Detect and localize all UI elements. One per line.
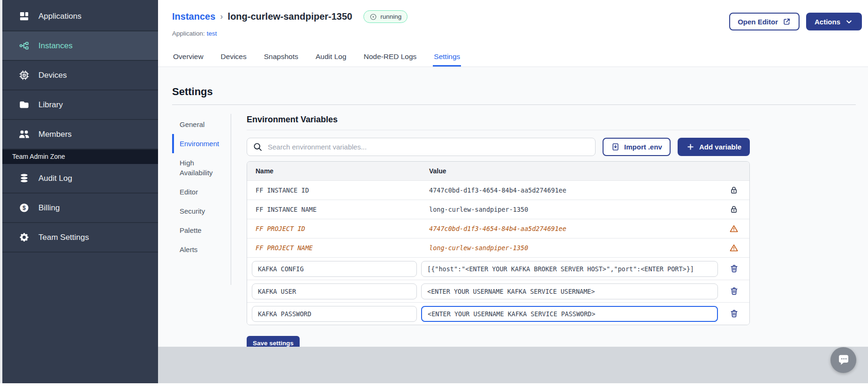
sidebar-item-instances[interactable]: Instances	[2, 31, 158, 61]
search-input[interactable]	[247, 138, 596, 156]
actions-label: Actions	[815, 18, 840, 26]
application-line: Application:test	[172, 30, 217, 37]
members-icon	[19, 129, 30, 140]
env-var-row-ff-instance-id: FF_INSTANCE_ID4747c0bd-d1f3-4654-84b4-aa…	[247, 180, 749, 200]
env-name-input[interactable]	[252, 306, 417, 322]
tab-audit-log[interactable]: Audit Log	[315, 52, 347, 67]
page-title: Settings	[172, 86, 213, 98]
sidebar-item-devices[interactable]: Devices	[2, 61, 158, 90]
breadcrumb-separator: ›	[220, 11, 223, 22]
env-name-input[interactable]	[252, 261, 417, 277]
env-var-row-ff-instance-name: FF_INSTANCE_NAMElong-curlew-sandpiper-13…	[247, 200, 749, 219]
main-content: Instances › long-curlew-sandpiper-1350 r…	[158, 0, 868, 383]
sidebar-item-label: Library	[38, 100, 63, 110]
settings-nav-environment[interactable]: Environment	[172, 134, 231, 153]
application-name-link[interactable]: test	[207, 30, 217, 37]
settings-nav-editor[interactable]: Editor	[172, 182, 231, 201]
trash-icon	[729, 309, 739, 319]
sidebar-item-label: Members	[38, 130, 72, 139]
env-table-header: NameValue	[247, 162, 749, 180]
settings-subnav: GeneralEnvironmentHigh AvailabilityEdito…	[172, 114, 231, 285]
sidebar-item-label: Devices	[38, 71, 67, 80]
sidebar-item-label: Applications	[38, 12, 82, 21]
settings-page: Settings GeneralEnvironmentHigh Availabi…	[158, 67, 868, 347]
tab-settings[interactable]: Settings	[433, 52, 461, 67]
env-var-row-kafka-config	[247, 257, 749, 280]
sidebar-main-nav: ApplicationsInstancesDevicesLibraryMembe…	[2, 0, 158, 149]
sidebar-item-library[interactable]: Library	[2, 90, 158, 120]
chevron-down-icon	[845, 17, 853, 26]
applications-icon	[19, 11, 30, 22]
external-link-icon	[782, 17, 791, 26]
env-var-name: FF_PROJECT_NAME	[247, 244, 421, 252]
section-title: Environment Variables	[247, 114, 750, 125]
warning-icon	[729, 224, 739, 233]
env-var-value: 4747c0bd-d1f3-4654-84b4-aa5d274691ee	[421, 225, 718, 232]
sidebar-item-label: Billing	[38, 203, 60, 213]
settings-divider	[172, 104, 856, 105]
tab-node-red-logs[interactable]: Node-RED Logs	[363, 52, 418, 67]
bottom-edge-strip	[0, 383, 868, 387]
trash-icon	[729, 264, 739, 274]
tab-overview[interactable]: Overview	[172, 52, 204, 67]
env-toolbar: Import .env Add variable	[247, 138, 750, 156]
settings-nav-general[interactable]: General	[172, 115, 231, 134]
sidebar-item-members[interactable]: Members	[2, 120, 158, 149]
warning-icon	[729, 243, 739, 253]
import-env-button[interactable]: Import .env	[603, 138, 671, 156]
header-buttons: Open Editor Actions	[729, 13, 862, 30]
search-box	[247, 138, 596, 156]
env-name-input[interactable]	[252, 283, 417, 299]
delete-variable-button[interactable]	[728, 286, 740, 297]
library-icon	[19, 99, 30, 110]
trash-icon	[729, 286, 739, 296]
delete-variable-button[interactable]	[728, 308, 740, 320]
env-var-name: FF_INSTANCE_NAME	[247, 206, 421, 213]
open-editor-button[interactable]: Open Editor	[729, 13, 800, 30]
environment-panel: Environment Variables Import .env	[247, 114, 750, 350]
env-var-row-kafka-password	[247, 302, 749, 325]
breadcrumb: Instances › long-curlew-sandpiper-1350 r…	[172, 10, 408, 23]
add-variable-button[interactable]: Add variable	[678, 138, 750, 156]
settings-nav-alerts[interactable]: Alerts	[172, 240, 231, 259]
sidebar-item-label: Audit Log	[38, 174, 72, 183]
sidebar-item-label: Instances	[38, 41, 73, 51]
env-var-row-kafka-user	[247, 280, 749, 302]
column-header-value: Value	[421, 162, 718, 180]
chat-icon	[837, 353, 851, 367]
status-badge-label: running	[380, 13, 401, 20]
chat-launcher-button[interactable]	[830, 347, 856, 373]
env-value-input[interactable]	[421, 261, 718, 277]
sidebar-item-applications[interactable]: Applications	[2, 2, 158, 31]
lock-icon	[729, 186, 739, 195]
env-var-value: long-curlew-sandpiper-1350	[421, 244, 718, 252]
instance-tabs: OverviewDevicesSnapshotsAudit LogNode-RE…	[172, 52, 461, 67]
instance-name: long-curlew-sandpiper-1350	[228, 11, 353, 22]
svg-text:$: $	[23, 205, 26, 211]
audit-log-icon	[19, 173, 30, 184]
instances-icon	[19, 40, 30, 51]
delete-variable-button[interactable]	[728, 263, 740, 275]
sidebar-item-team-settings[interactable]: Team Settings	[2, 223, 158, 253]
env-var-row-ff-project-name: FF_PROJECT_NAMElong-curlew-sandpiper-135…	[247, 238, 749, 257]
breadcrumb-instances-link[interactable]: Instances	[172, 11, 215, 22]
settings-nav-high-availability[interactable]: High Availability	[172, 153, 231, 182]
settings-nav-palette[interactable]: Palette	[172, 221, 231, 240]
lock-icon	[729, 205, 739, 214]
tab-snapshots[interactable]: Snapshots	[263, 52, 299, 67]
column-header-name: Name	[247, 162, 421, 180]
sidebar-admin-nav: Audit Log$BillingTeam Settings	[2, 164, 158, 253]
env-value-input[interactable]	[421, 306, 718, 322]
env-var-value: long-curlew-sandpiper-1350	[421, 206, 718, 213]
import-env-label: Import .env	[624, 143, 662, 151]
settings-nav-security[interactable]: Security	[172, 201, 231, 221]
sidebar-item-billing[interactable]: $Billing	[2, 194, 158, 223]
settings-layout: GeneralEnvironmentHigh AvailabilityEdito…	[172, 114, 856, 350]
devices-icon	[19, 70, 30, 81]
tab-devices[interactable]: Devices	[220, 52, 248, 67]
env-value-input[interactable]	[421, 283, 718, 299]
billing-icon: $	[19, 202, 30, 213]
sidebar-item-audit-log[interactable]: Audit Log	[2, 164, 158, 194]
plus-icon	[686, 142, 695, 151]
actions-button[interactable]: Actions	[806, 13, 862, 30]
